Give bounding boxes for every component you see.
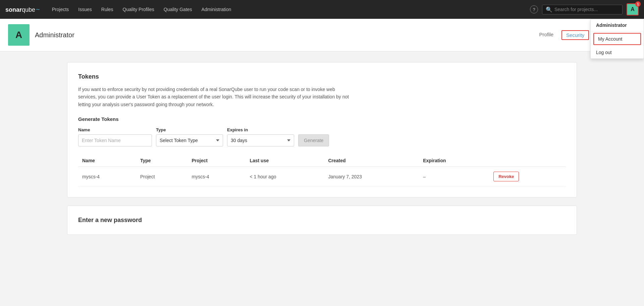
col-type: Type [136, 155, 188, 167]
nav-rules[interactable]: Rules [97, 5, 117, 14]
brand-logo[interactable]: sonarqube~ [5, 6, 40, 13]
badge-1: 1 [635, 1, 641, 7]
password-title: Enter a new password [78, 217, 566, 224]
brand-text: sonarqube~ [5, 6, 40, 13]
type-field-group: Type Select Token Type User Token Projec… [156, 127, 223, 146]
token-name: myscs-4 [78, 167, 136, 186]
token-action: Revoke [489, 167, 566, 186]
logout-item[interactable]: Log out [591, 46, 644, 58]
type-label: Type [156, 127, 223, 132]
user-avatar-large: A [8, 24, 30, 46]
col-last-use: Last use [246, 155, 324, 167]
nav-quality-gates[interactable]: Quality Gates [160, 5, 196, 14]
main-content: Tokens If you want to enforce security b… [0, 51, 644, 254]
name-field-group: Name [78, 127, 152, 146]
token-type-select[interactable]: Select Token Type User Token Project Tok… [156, 134, 223, 146]
nav-projects[interactable]: Projects [48, 5, 73, 14]
col-name: Name [78, 155, 136, 167]
user-initial-large: A [15, 30, 22, 40]
tokens-title: Tokens [78, 73, 566, 80]
user-initial: A [631, 6, 635, 12]
nav-issues[interactable]: Issues [74, 5, 96, 14]
col-expiration: Expiration [419, 155, 489, 167]
page-username: Administrator [35, 31, 74, 39]
search-box[interactable]: 🔍 [542, 5, 623, 14]
token-project: myscs-4 [187, 167, 246, 186]
user-avatar-button[interactable]: A 1 [627, 3, 639, 15]
token-name-input[interactable] [78, 134, 152, 146]
search-input[interactable] [554, 7, 619, 12]
expires-label: Expires in [227, 127, 294, 132]
expires-field-group: Expires in 30 days 60 days 90 days No ex… [227, 127, 294, 146]
generate-button[interactable]: Generate [298, 134, 329, 146]
password-card: Enter a new password [67, 206, 577, 235]
nav-links: Projects Issues Rules Quality Profiles Q… [48, 5, 530, 14]
revoke-button[interactable]: Revoke [493, 172, 519, 181]
token-expiration: – [419, 167, 489, 186]
tab-profile[interactable]: Profile [539, 32, 554, 39]
page-header: A Administrator Profile Security Notific… [0, 19, 644, 51]
expires-select[interactable]: 30 days 60 days 90 days No expiration [227, 134, 294, 146]
navbar: sonarqube~ Projects Issues Rules Quality… [0, 0, 644, 19]
table-row: myscs-4 Project myscs-4 < 1 hour ago Jan… [78, 167, 566, 186]
generate-tokens-title: Generate Tokens [78, 116, 566, 122]
user-dropdown-menu: Administrator My Account Log out [590, 19, 644, 59]
tokens-card: Tokens If you want to enforce security b… [67, 62, 577, 198]
token-created: January 7, 2023 [324, 167, 419, 186]
navbar-right: ? 🔍 A 1 [530, 3, 639, 15]
my-account-item[interactable]: My Account [593, 33, 641, 45]
dropdown-username: Administrator [591, 19, 644, 32]
tab-security[interactable]: Security [561, 30, 589, 40]
nav-quality-profiles[interactable]: Quality Profiles [119, 5, 158, 14]
col-created: Created [324, 155, 419, 167]
name-label: Name [78, 127, 152, 132]
generate-tokens-form: Name Type Select Token Type User Token P… [78, 127, 566, 146]
tokens-table: Name Type Project Last use Created Expir… [78, 155, 566, 186]
help-button[interactable]: ? [530, 5, 538, 13]
token-type: Project [136, 167, 188, 186]
search-icon: 🔍 [546, 6, 552, 13]
col-project: Project [187, 155, 246, 167]
col-action [489, 155, 566, 167]
nav-administration[interactable]: Administration [198, 5, 235, 14]
tokens-description: If you want to enforce security by not p… [78, 86, 353, 108]
token-last-use: < 1 hour ago [246, 167, 324, 186]
